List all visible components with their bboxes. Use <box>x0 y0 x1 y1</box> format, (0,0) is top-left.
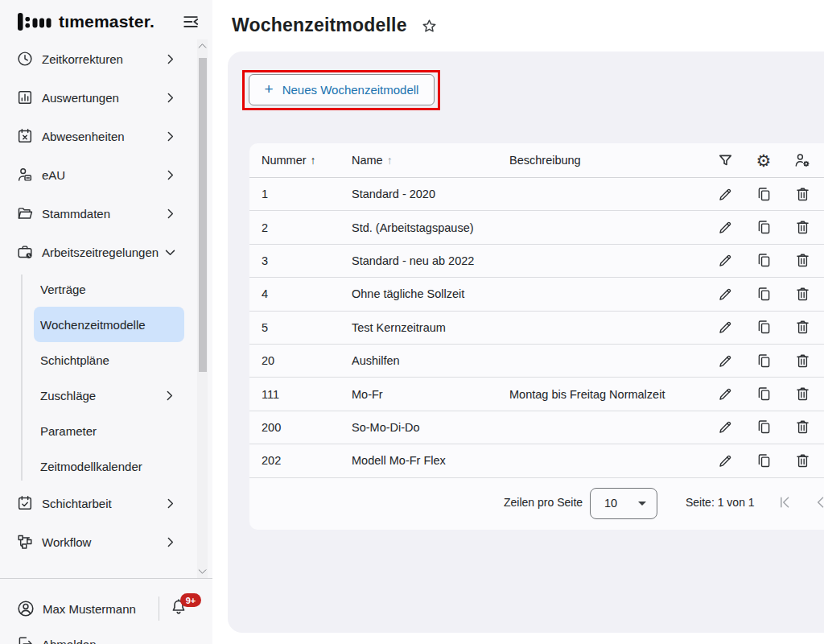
edit-pencil-icon[interactable] <box>717 452 734 469</box>
sidebar-divider <box>0 578 212 579</box>
sidebar-scrollbar[interactable] <box>197 39 208 578</box>
table-settings-gear-icon[interactable]: ⚙ <box>756 152 772 169</box>
calendar-x-icon <box>16 127 34 145</box>
delete-trash-icon[interactable] <box>794 186 811 203</box>
delete-trash-icon[interactable] <box>794 219 811 236</box>
collapse-sidebar-button[interactable] <box>182 13 200 31</box>
copy-icon[interactable] <box>756 219 772 236</box>
dropdown-caret-icon <box>638 502 646 506</box>
edit-pencil-icon[interactable] <box>717 386 734 402</box>
chevron-down-icon <box>163 246 177 259</box>
submenu-indent-line <box>21 275 23 481</box>
sidebar-subitem-wochenzeitmodelle[interactable]: Wochenzeitmodelle <box>34 307 184 342</box>
edit-pencil-icon[interactable] <box>717 286 734 303</box>
copy-icon[interactable] <box>756 286 772 303</box>
sidebar-item-workflow[interactable]: Workflow <box>0 522 212 561</box>
user-columns-settings-icon[interactable] <box>793 151 811 169</box>
sort-ascending-icon: ↑ <box>311 154 316 167</box>
edit-pencil-icon[interactable] <box>717 252 734 269</box>
scrollbar-thumb[interactable] <box>199 58 207 372</box>
chevron-right-icon <box>163 389 176 402</box>
logout-icon <box>16 635 34 644</box>
chevron-right-icon <box>163 535 177 549</box>
previous-page-button[interactable] <box>813 494 824 510</box>
sidebar-item-abmelden[interactable]: Abmelden <box>0 626 212 644</box>
new-wochenzeitmodell-button[interactable]: + Neues Wochenzeitmodell <box>249 74 435 105</box>
clock-icon <box>16 50 34 68</box>
sidebar-item-auswertungen[interactable]: Auswertungen <box>0 78 212 117</box>
delete-trash-icon[interactable] <box>794 286 811 303</box>
table-row: 3 Standard - neu ab 2022 <box>249 245 824 278</box>
column-header-beschreibung[interactable]: Beschreibung <box>509 154 706 167</box>
content-card: + Neues Wochenzeitmodell Nummer ↑ Name ↑… <box>228 52 824 633</box>
sidebar-subitem-parameter[interactable]: Parameter <box>34 413 184 448</box>
bar-chart-icon <box>16 89 34 106</box>
sidebar-item-zeitkorrekturen[interactable]: Zeitkorrekturen <box>0 39 212 78</box>
sidebar-menu: Zeitkorrekturen Auswertungen Abwesenheit… <box>0 39 212 578</box>
scroll-up-icon[interactable] <box>197 42 208 50</box>
page-header: Wochenzeitmodelle <box>232 14 438 36</box>
first-page-button[interactable] <box>777 494 793 510</box>
edit-pencil-icon[interactable] <box>717 419 734 436</box>
copy-icon[interactable] <box>756 452 772 469</box>
logo-row: tımemaster. <box>18 10 200 34</box>
rows-per-page-label: Zeilen pro Seite <box>504 496 583 509</box>
delete-trash-icon[interactable] <box>794 252 811 269</box>
table-row: 1 Standard - 2020 <box>249 178 824 211</box>
table-row: 111 Mo-Fr Montag bis Freitag Normalzeit <box>249 378 824 411</box>
sidebar: tımemaster. Zeitkorrekturen Auswertungen <box>0 0 212 644</box>
main-content: Wochenzeitmodelle + Neues Wochenzeitmode… <box>212 0 824 644</box>
copy-icon[interactable] <box>756 419 772 436</box>
folder-open-icon <box>16 204 34 222</box>
delete-trash-icon[interactable] <box>794 319 811 336</box>
edit-pencil-icon[interactable] <box>717 319 734 336</box>
table-row: 200 So-Mo-Di-Do <box>249 411 824 444</box>
copy-icon[interactable] <box>756 386 772 402</box>
chevron-right-icon <box>163 130 177 143</box>
sidebar-item-stammdaten[interactable]: Stammdaten <box>0 194 212 233</box>
edit-pencil-icon[interactable] <box>717 353 734 369</box>
copy-icon[interactable] <box>756 186 772 203</box>
briefcase-clock-icon <box>16 243 34 261</box>
submenu-arbeitszeitregelungen: Verträge Wochenzeitmodelle Schichtpläne … <box>0 271 212 484</box>
page-title: Wochenzeitmodelle <box>232 14 407 36</box>
sidebar-item-abwesenheiten[interactable]: Abwesenheiten <box>0 117 212 155</box>
scroll-down-icon[interactable] <box>197 568 208 576</box>
sidebar-subitem-zeitmodellkalender[interactable]: Zeitmodellkalender <box>34 448 184 484</box>
copy-icon[interactable] <box>756 353 772 369</box>
delete-trash-icon[interactable] <box>794 353 811 369</box>
column-header-nummer[interactable]: Nummer ↑ <box>262 154 352 167</box>
edit-pencil-icon[interactable] <box>717 186 734 203</box>
plus-icon: + <box>265 80 274 98</box>
timemaster-logo-icon <box>18 12 53 31</box>
delete-trash-icon[interactable] <box>794 419 811 436</box>
chevron-right-icon <box>163 168 177 182</box>
table-header-row: Nummer ↑ Name ↑ Beschreibung ⚙ <box>249 143 824 178</box>
column-header-name[interactable]: Name ↑ <box>352 154 509 167</box>
logo-text: tımemaster. <box>59 12 154 31</box>
sidebar-item-eau[interactable]: eAU <box>0 155 212 194</box>
sort-ascending-icon: ↑ <box>387 154 393 167</box>
favorite-star-icon[interactable] <box>421 18 438 35</box>
sidebar-item-arbeitszeitregelungen[interactable]: Arbeitszeitregelungen <box>0 233 212 271</box>
edit-pencil-icon[interactable] <box>717 219 734 236</box>
chevron-right-icon <box>163 91 177 105</box>
table-pagination-footer: Zeilen pro Seite 10 Seite: 1 von 1 <box>249 478 824 529</box>
sidebar-subitem-schichtplaene[interactable]: Schichtpläne <box>34 342 184 378</box>
delete-trash-icon[interactable] <box>794 452 811 469</box>
calendar-check-icon <box>16 494 34 512</box>
sidebar-subitem-vertraege[interactable]: Verträge <box>34 271 184 307</box>
sidebar-item-schichtarbeit[interactable]: Schichtarbeit <box>0 484 212 522</box>
table-row: 4 Ohne tägliche Sollzeit <box>249 278 824 311</box>
sidebar-subitem-zuschlaege[interactable]: Zuschläge <box>34 378 184 413</box>
wochenzeitmodelle-table: Nummer ↑ Name ↑ Beschreibung ⚙ <box>249 143 824 530</box>
notification-badge: 9+ <box>180 593 201 607</box>
filter-icon[interactable] <box>717 152 734 169</box>
chevron-right-icon <box>163 207 177 221</box>
rows-per-page-select[interactable]: 10 <box>590 488 657 519</box>
copy-icon[interactable] <box>756 319 772 336</box>
copy-icon[interactable] <box>756 252 772 269</box>
user-divider <box>159 597 159 621</box>
delete-trash-icon[interactable] <box>794 386 811 402</box>
table-row: 202 Modell Mo-Fr Flex <box>249 444 824 477</box>
